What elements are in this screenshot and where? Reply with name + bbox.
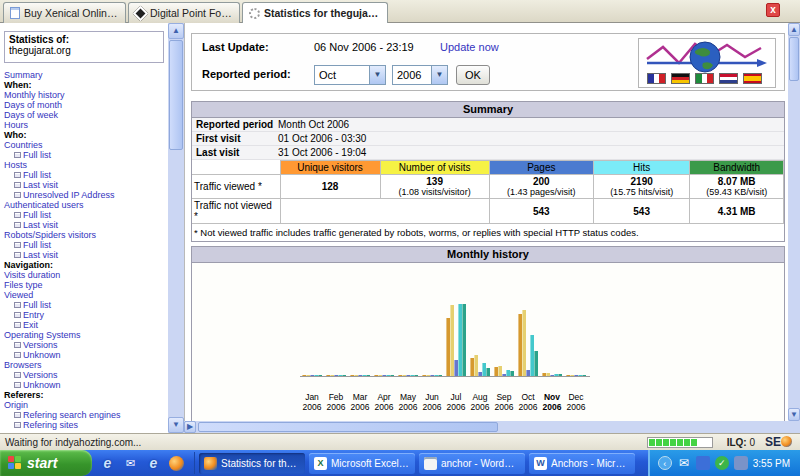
- close-tab-button[interactable]: x: [766, 3, 780, 17]
- sidebar-item-days-of-month[interactable]: Days of month: [4, 100, 168, 110]
- sidebar-item-exit[interactable]: Exit: [4, 320, 168, 330]
- sidebar-item-summary[interactable]: Summary: [4, 70, 168, 80]
- quick-launch-browser-icon[interactable]: e: [146, 456, 161, 471]
- main-scrollbar-horizontal[interactable]: ◀ ▶: [184, 421, 800, 433]
- sidebar-item-versions[interactable]: Versions: [4, 370, 168, 380]
- sidebar-item-hours[interactable]: Hours: [4, 120, 168, 130]
- quick-launch-ie-icon[interactable]: e: [100, 456, 115, 471]
- sidebar-item-viewed[interactable]: Viewed: [4, 290, 168, 300]
- sidebar-item-monthly-history[interactable]: Monthly history: [4, 90, 168, 100]
- scroll-right-arrow[interactable]: ▶: [184, 421, 196, 433]
- start-button[interactable]: start: [0, 450, 92, 476]
- hide-icons-chevron-icon[interactable]: ‹: [658, 456, 672, 470]
- quick-launch-mail-icon[interactable]: ✉: [123, 456, 138, 471]
- scrollbar-thumb[interactable]: [198, 422, 498, 432]
- tray-users-icon[interactable]: [734, 456, 748, 470]
- value-hits-nv: 543: [593, 199, 689, 224]
- flag-italy-icon[interactable]: [695, 73, 714, 84]
- sidebar-item-visits-duration[interactable]: Visits duration: [4, 270, 168, 280]
- summary-footnote: * Not viewed traffic includes traffic ge…: [192, 224, 784, 241]
- bar-group-aug: [468, 280, 492, 376]
- ok-button[interactable]: OK: [456, 65, 490, 85]
- sidebar-item-robots-spiders-visitors[interactable]: Robots/Spiders visitors: [4, 230, 168, 240]
- tab-digitalpoint[interactable]: Digital Point Forums - Post New Thread: [128, 2, 240, 23]
- firefox-icon: [204, 457, 217, 470]
- quick-launch: e ✉ e: [92, 452, 195, 474]
- taskbar-button-word[interactable]: WAnchors - Microsoft ...: [529, 453, 635, 474]
- digitalpoint-icon: [133, 5, 149, 21]
- sidebar-item-last-visit[interactable]: Last visit: [4, 250, 168, 260]
- traffic-viewed-row: Traffic viewed * 128 139 (1.08 visits/vi…: [192, 175, 784, 199]
- sidebar-item-label: Browsers: [4, 360, 42, 370]
- taskbar-button-wordpad[interactable]: anchor - WordPad: [419, 453, 525, 474]
- sidebar-item-unresolved-ip-address[interactable]: Unresolved IP Address: [4, 190, 168, 200]
- value-hits: 2190: [596, 176, 687, 187]
- chart-x-labels: Jan2006Feb2006Mar2006Apr2006May2006Jun20…: [300, 393, 590, 412]
- sidebar-item-unknown[interactable]: Unknown: [4, 350, 168, 360]
- quick-launch-firefox-icon[interactable]: [169, 456, 184, 471]
- sidebar-item-browsers[interactable]: Browsers: [4, 360, 168, 370]
- main-scrollbar-vertical[interactable]: ▲ ▼: [788, 23, 800, 421]
- sidebar-item-full-list[interactable]: Full list: [4, 170, 168, 180]
- sidebar-item-origin[interactable]: Origin: [4, 400, 168, 410]
- flag-germany-icon[interactable]: [671, 73, 690, 84]
- sidebar-item-label: Entry: [23, 310, 44, 320]
- sidebar-item-full-list[interactable]: Full list: [4, 210, 168, 220]
- scroll-up-arrow[interactable]: ▲: [168, 23, 184, 39]
- scrollbar-thumb[interactable]: [789, 37, 799, 81]
- tab-xenical[interactable]: Buy Xenical Online from the UK's leading…: [3, 2, 126, 23]
- summary-table: Unique visitors Number of visits Pages H…: [192, 160, 784, 224]
- seo-toolbar-logo[interactable]: SE: [765, 435, 792, 449]
- ilq-indicator: ILQ: 0: [727, 437, 755, 448]
- sidebar-item-last-visit[interactable]: Last visit: [4, 220, 168, 230]
- sidebar-item-hosts[interactable]: Hosts: [4, 160, 168, 170]
- year-select[interactable]: 2006 ▼: [392, 65, 448, 85]
- sidebar-item-countries[interactable]: Countries: [4, 140, 168, 150]
- value-visits-sub: (1.08 visits/visitor): [383, 187, 487, 197]
- flag-netherlands-icon[interactable]: [719, 73, 738, 84]
- sidebar-item-days-of-week[interactable]: Days of week: [4, 110, 168, 120]
- sidebar-scrollbar[interactable]: ▲ ▼: [168, 23, 184, 433]
- update-now-link[interactable]: Update now: [440, 41, 499, 53]
- scroll-down-arrow[interactable]: ▼: [168, 417, 184, 433]
- sidebar-item-refering-sites[interactable]: Refering sites: [4, 420, 168, 430]
- sidebar-item-authenticated-users[interactable]: Authenticated users: [4, 200, 168, 210]
- sidebar-nav: SummaryWhen:Monthly historyDays of month…: [4, 70, 168, 430]
- tab-statistics[interactable]: Statistics for thegujarat.org (2006-10): [242, 2, 388, 23]
- tray-mail-icon[interactable]: ✉: [677, 456, 691, 470]
- sidebar-item-refering-search-engines[interactable]: Refering search engines: [4, 410, 168, 420]
- sidebar-item-versions[interactable]: Versions: [4, 340, 168, 350]
- bar-group-jul: [444, 280, 468, 376]
- sidebar-item-label: Navigation:: [4, 260, 53, 270]
- value-visits: 139: [383, 176, 487, 187]
- scroll-up-arrow[interactable]: ▲: [788, 23, 800, 36]
- sidebar-item-files-type[interactable]: Files type: [4, 280, 168, 290]
- info-label: Reported period: [196, 119, 278, 130]
- flag-spain-icon[interactable]: [743, 73, 762, 84]
- value-pages: 200: [492, 176, 591, 187]
- summary-section: Summary Reported period Month Oct 2006 F…: [191, 101, 785, 242]
- tray-security-shield-icon[interactable]: ✓: [715, 456, 729, 470]
- sidebar-item-last-visit[interactable]: Last visit: [4, 180, 168, 190]
- system-tray: ‹ ✉ ✓ 3:55 PM: [648, 450, 800, 476]
- tray-network-icon[interactable]: [696, 456, 710, 470]
- taskbar-button-firefox[interactable]: Statistics for thegujar...: [199, 453, 305, 474]
- sidebar-item-label: Who:: [4, 130, 27, 140]
- x-axis-label: Jun2006: [420, 393, 444, 412]
- sidebar-item-entry[interactable]: Entry: [4, 310, 168, 320]
- scrollbar-thumb[interactable]: [169, 40, 183, 150]
- sidebar-section-referers: Referers:: [4, 390, 168, 400]
- sidebar-item-full-list[interactable]: Full list: [4, 300, 168, 310]
- sidebar-item-full-list[interactable]: Full list: [4, 150, 168, 160]
- sidebar-item-unknown[interactable]: Unknown: [4, 380, 168, 390]
- sidebar-item-label: Hosts: [4, 160, 27, 170]
- month-select[interactable]: Oct ▼: [314, 65, 386, 85]
- scroll-down-arrow[interactable]: ▼: [788, 408, 800, 421]
- sidebar-item-label: Full list: [23, 300, 51, 310]
- sidebar-item-label: Monthly history: [4, 90, 65, 100]
- sidebar-item-operating-systems[interactable]: Operating Systems: [4, 330, 168, 340]
- task-buttons: Statistics for thegujar...XMicrosoft Exc…: [195, 453, 635, 474]
- flag-france-icon[interactable]: [647, 73, 666, 84]
- sidebar-item-full-list[interactable]: Full list: [4, 240, 168, 250]
- taskbar-button-excel[interactable]: XMicrosoft Excel - seo-...: [309, 453, 415, 474]
